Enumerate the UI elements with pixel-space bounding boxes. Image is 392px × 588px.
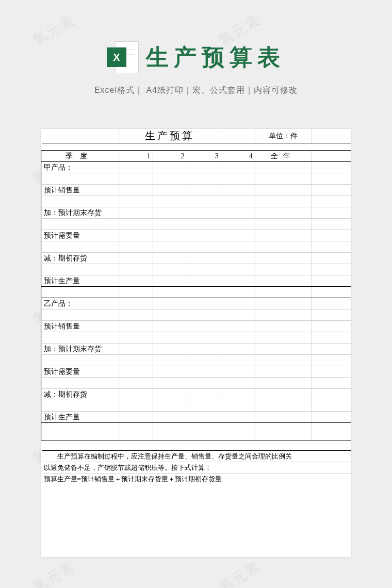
row-forecast-prod-b: 预计生产量 <box>42 412 119 423</box>
row-forecast-need-b: 预计需要量 <box>42 366 119 378</box>
document-page: 生产预算 单位：件 季度 1 2 3 4 全年 甲产品： 预计销售量 加：预计期… <box>41 129 351 557</box>
row-forecast-need-a: 预计需要量 <box>42 230 119 241</box>
row-forecast-sales-a: 预计销售量 <box>42 185 119 196</box>
product-b-label: 乙产品： <box>42 298 119 309</box>
row-sub-begin-inv-a: 减：期初存货 <box>42 253 119 264</box>
row-sub-begin-inv-b: 减：期初存货 <box>42 389 119 400</box>
col-q3: 3 <box>187 151 221 162</box>
note-line-2: 以避免储备不足，产销脱节或超储积压等。按下式计算： <box>42 462 351 473</box>
note-line-3: 预算生产量=预计销售量＋预计期末存货量＋预计期初存货量 <box>42 473 351 485</box>
unit-label: 单位：件 <box>255 129 312 143</box>
col-q2: 2 <box>153 151 187 162</box>
excel-icon-letter: X <box>107 47 126 67</box>
row-add-ending-inv-b: 加：预计期末存货 <box>42 344 119 355</box>
row-add-ending-inv-a: 加：预计期末存货 <box>42 207 119 219</box>
note-line-1: 生产预算在编制过程中，应注意保持生产量、销售量、存货量之间合理的比例关 <box>42 451 351 462</box>
col-year: 全年 <box>255 151 312 162</box>
sheet-title: 生产预算 <box>119 129 221 143</box>
col-header-quarter: 季度 <box>42 151 119 162</box>
page-title: 生产预算表 <box>146 42 285 73</box>
budget-table: 生产预算 单位：件 季度 1 2 3 4 全年 甲产品： 预计销售量 加：预计期… <box>41 129 351 485</box>
col-q1: 1 <box>119 151 153 162</box>
row-forecast-prod-a: 预计生产量 <box>42 275 119 287</box>
watermark: 氢元素 <box>29 557 79 588</box>
col-q4: 4 <box>221 151 255 162</box>
page-header: X 生产预算表 <box>0 41 392 73</box>
excel-icon: X <box>107 41 139 73</box>
page-subtitle: Excel格式｜ A4纸打印｜宏、公式套用｜内容可修改 <box>0 85 392 96</box>
watermark: 氢元素 <box>215 557 265 588</box>
row-forecast-sales-b: 预计销售量 <box>42 321 119 332</box>
product-a-label: 甲产品： <box>42 162 119 173</box>
